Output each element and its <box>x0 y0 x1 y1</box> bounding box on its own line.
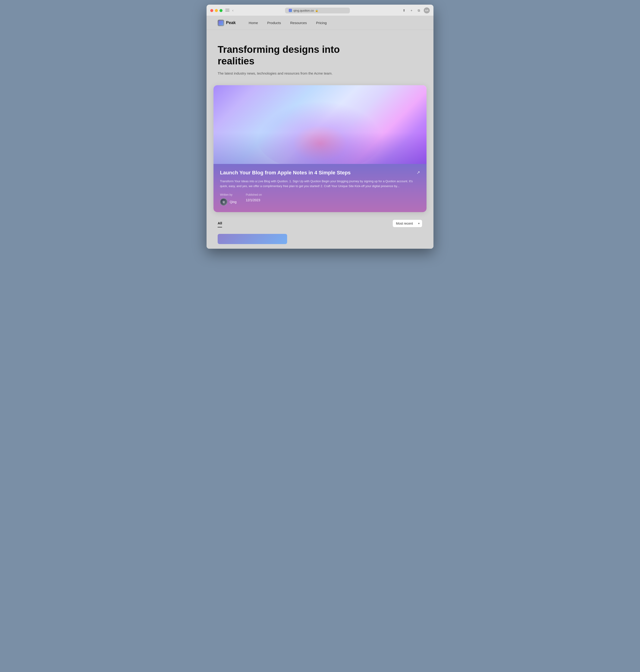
share-button[interactable]: ⬆ <box>402 8 407 13</box>
browser-window: ‹ qing.quotion.co 🔒 ⬆ + ⧉ AA Peak H <box>206 5 434 249</box>
address-bar: qing.quotion.co 🔒 <box>236 8 399 13</box>
traffic-lights <box>210 9 222 12</box>
page-content: Peak Home Products Resources Pricing Tra… <box>206 16 434 249</box>
card-body: Launch Your Blog from Apple Notes in 4 S… <box>214 164 426 212</box>
filter-bar: All Most recent Oldest Most popular <box>206 220 434 228</box>
avatar: Q <box>220 198 228 206</box>
published-on-label: Published on <box>246 193 262 196</box>
written-by-label: Written by <box>220 193 237 196</box>
bottom-section <box>206 229 434 249</box>
address-bar-input[interactable]: qing.quotion.co 🔒 <box>285 8 350 13</box>
hero-subtitle: The latest industry news, technologies a… <box>218 71 422 76</box>
lock-icon: 🔒 <box>315 9 318 12</box>
logo-area[interactable]: Peak <box>218 20 236 26</box>
filter-tab-all[interactable]: All <box>218 221 222 228</box>
card-title: Launch Your Blog from Apple Notes in 4 S… <box>220 170 351 176</box>
browser-actions: ⬆ + ⧉ AA <box>402 8 430 13</box>
close-button[interactable] <box>210 9 213 12</box>
featured-card-wrapper: Launch Your Blog from Apple Notes in 4 S… <box>206 85 434 220</box>
card-image <box>214 85 426 164</box>
sort-wrapper: Most recent Oldest Most popular <box>392 220 422 228</box>
nav-resources[interactable]: Resources <box>290 21 307 25</box>
browser-controls: ‹ <box>225 8 233 13</box>
nav-home[interactable]: Home <box>249 21 258 25</box>
card-title-row: Launch Your Blog from Apple Notes in 4 S… <box>220 170 420 176</box>
url-text: qing.quotion.co <box>293 9 314 12</box>
logo-icon <box>218 20 224 26</box>
nav-pricing[interactable]: Pricing <box>316 21 327 25</box>
sidebar-toggle-icon[interactable] <box>225 9 230 12</box>
publish-date: 12/1/2023 <box>246 198 262 202</box>
sort-dropdown[interactable]: Most recent Oldest Most popular <box>392 220 422 228</box>
card-meta: Written by Q Qing Published on 12/1/2023 <box>220 193 420 206</box>
published-on-section: Published on 12/1/2023 <box>246 193 262 202</box>
cta-button-hint[interactable] <box>218 234 287 244</box>
written-by-section: Written by Q Qing <box>220 193 237 206</box>
browser-chrome: ‹ qing.quotion.co 🔒 ⬆ + ⧉ AA <box>206 5 434 16</box>
profile-globe[interactable]: AA <box>424 8 430 13</box>
favicon-icon <box>289 9 292 12</box>
author-name: Qing <box>230 200 237 204</box>
nav-products[interactable]: Products <box>267 21 281 25</box>
navbar: Peak Home Products Resources Pricing <box>206 16 434 30</box>
tabs-button[interactable]: ⧉ <box>416 8 421 13</box>
back-button[interactable]: ‹ <box>232 8 233 13</box>
new-tab-button[interactable]: + <box>409 8 414 13</box>
logo-text: Peak <box>226 20 236 25</box>
hero-title: Transforming designs into realities <box>218 44 375 67</box>
external-link-icon[interactable]: ↗ <box>417 170 420 175</box>
minimize-button[interactable] <box>215 9 218 12</box>
maximize-button[interactable] <box>219 9 222 12</box>
hero-section: Transforming designs into realities The … <box>206 30 434 85</box>
featured-card[interactable]: Launch Your Blog from Apple Notes in 4 S… <box>214 85 426 212</box>
author-row: Q Qing <box>220 198 237 206</box>
filter-tabs: All <box>218 221 222 228</box>
card-description: Transform Your Ideas into a Live Blog wi… <box>220 179 420 189</box>
